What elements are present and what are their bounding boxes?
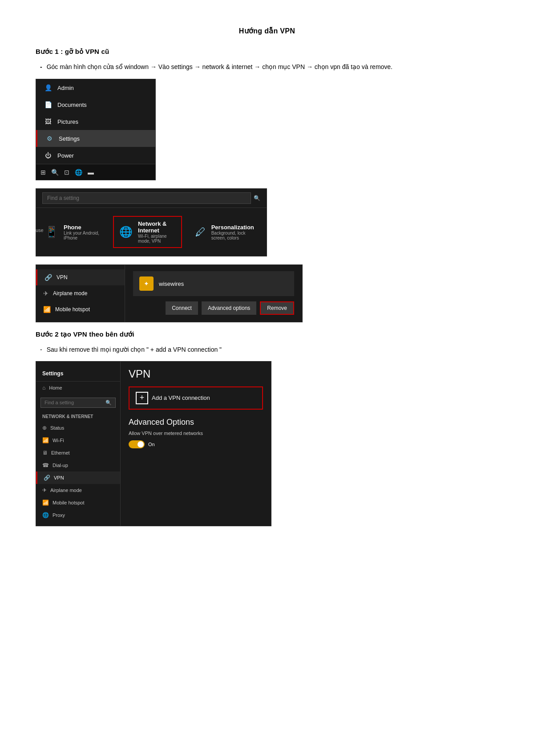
- fs-airplane-icon: ✈: [42, 487, 47, 493]
- network-category-subtitle: Wi-Fi, airplane mode, VPN: [138, 234, 176, 244]
- start-menu-power-item[interactable]: ⏻ Power: [36, 147, 155, 164]
- fs-wifi-label: Wi-Fi: [53, 438, 64, 443]
- full-settings-main: VPN + Add a VPN connection Advanced Opti…: [121, 362, 271, 526]
- step1-heading: Bước 1 : gỡ bỏ VPN cũ: [36, 48, 498, 56]
- fs-hotspot-item[interactable]: 📶 Mobile hotspot: [36, 496, 120, 509]
- vpn-sidebar-airplane-label: Airplane mode: [53, 290, 87, 297]
- toggle-knob: [138, 441, 144, 447]
- toggle-on-label: On: [148, 442, 155, 447]
- fs-proxy-item[interactable]: 🌐 Proxy: [36, 509, 120, 521]
- vpn-sidebar-hotspot-label: Mobile hotspot: [55, 306, 90, 313]
- toggle-row: On: [129, 440, 263, 448]
- vpn-sidebar-vpn-label: VPN: [57, 274, 68, 280]
- add-vpn-plus-icon: +: [136, 392, 148, 404]
- step2-heading: Bước 2 tạo VPN theo bên dưới: [36, 330, 498, 338]
- vpn-sidebar-vpn[interactable]: 🔗 VPN: [36, 269, 125, 285]
- hotspot-icon: 📶: [43, 306, 51, 313]
- wifi-icon: 📶: [42, 437, 49, 443]
- step2-dash: -: [40, 345, 42, 354]
- use-label: use: [36, 228, 44, 233]
- fs-search-input[interactable]: [44, 400, 105, 405]
- vpn-sidebar-airplane[interactable]: ✈ Airplane mode: [36, 285, 125, 301]
- admin-icon: 👤: [44, 84, 52, 92]
- start-menu-documents-label: Documents: [57, 102, 87, 108]
- settings-search-input[interactable]: [42, 192, 251, 204]
- fs-airplane-item[interactable]: ✈ Airplane mode: [36, 484, 120, 496]
- remove-button[interactable]: Remove: [260, 301, 294, 315]
- wisewires-icon: ✦: [139, 276, 154, 291]
- search-taskbar-icon[interactable]: 🔍: [51, 169, 59, 176]
- full-settings-header: Settings: [36, 366, 120, 382]
- browser-icon[interactable]: 🌐: [75, 169, 82, 176]
- fs-section-label: Network & Internet: [36, 411, 120, 422]
- start-menu-item[interactable]: 🖼 Pictures: [36, 113, 155, 130]
- documents-icon: 📄: [44, 101, 52, 109]
- personalization-category-title: Personalization: [211, 224, 258, 231]
- network-category-title: Network & Internet: [138, 220, 176, 234]
- fs-home-label: Home: [49, 385, 62, 390]
- settings-search-bar: 🔍: [36, 188, 267, 208]
- fs-status-label: Status: [50, 425, 64, 431]
- vpn-metered-toggle[interactable]: [129, 440, 145, 448]
- power-icon: ⏻: [44, 151, 52, 159]
- vpn-icon: 🔗: [44, 274, 52, 281]
- pictures-icon: 🖼: [44, 118, 52, 126]
- settings-categories-row: use 📱 Phone Link your Android, iPhone 🌐 …: [36, 208, 267, 256]
- full-settings-sidebar: Settings ⌂ Home 🔍 Network & Internet ⊕ S…: [36, 362, 121, 526]
- personalization-category-subtitle: Background, lock screen, colors: [211, 231, 258, 240]
- vpn-connection-name: wisewires: [159, 280, 184, 287]
- fs-wifi-item[interactable]: 📶 Wi-Fi: [36, 434, 120, 447]
- add-vpn-connection-button[interactable]: + Add a VPN connection: [129, 386, 263, 410]
- vpn-actions: Connect Advanced options Remove: [133, 301, 294, 315]
- windows-icon[interactable]: ⊞: [40, 169, 46, 176]
- network-icon: 🌐: [119, 226, 133, 238]
- settings-personalization-category[interactable]: 🖊 Personalization Background, lock scree…: [195, 224, 258, 240]
- settings-search-screenshot: 🔍 use 📱 Phone Link your Android, iPhone …: [36, 188, 498, 256]
- step1-description: Góc màn hình chọn cửa sổ windown → Vào s…: [47, 62, 392, 72]
- vpn-panel-screenshot: 🔗 VPN ✈ Airplane mode 📶 Mobile hotspot ✦…: [36, 264, 498, 322]
- phone-icon: 📱: [45, 226, 58, 238]
- full-settings-panel: Settings ⌂ Home 🔍 Network & Internet ⊕ S…: [36, 361, 271, 526]
- start-menu: 👤 Admin 📄 Documents 🖼 Pictures ⚙ Setting…: [36, 79, 156, 180]
- vpn-connection-card: ✦ wisewires: [133, 271, 294, 296]
- fs-vpn-item[interactable]: 🔗 VPN: [36, 471, 120, 484]
- start-menu-item[interactable]: 👤 Admin: [36, 79, 155, 96]
- airplane-icon: ✈: [43, 290, 49, 297]
- phone-category-subtitle: Link your Android, iPhone: [64, 231, 100, 240]
- full-settings-screenshot: Settings ⌂ Home 🔍 Network & Internet ⊕ S…: [36, 361, 498, 526]
- advanced-options-section: Advanced Options Allow VPN over metered …: [129, 418, 263, 448]
- step2-description: Sau khi remove thì mọi người chọn " + ad…: [47, 345, 222, 354]
- fs-search-bar: 🔍: [40, 398, 116, 408]
- task-view-icon[interactable]: ⊡: [64, 169, 69, 176]
- fs-main-title: VPN: [129, 368, 263, 380]
- advanced-options-button[interactable]: Advanced options: [202, 301, 256, 315]
- start-menu-settings-item[interactable]: ⚙ Settings: [36, 130, 155, 147]
- fs-status-item[interactable]: ⊕ Status: [36, 422, 120, 434]
- fs-hotspot-icon: 📶: [42, 500, 49, 506]
- start-menu-item[interactable]: 📄 Documents: [36, 96, 155, 113]
- vpn-main: ✦ wisewires Connect Advanced options Rem…: [125, 265, 302, 322]
- connect-button[interactable]: Connect: [166, 301, 198, 315]
- fs-proxy-icon: 🌐: [42, 512, 49, 518]
- fs-vpn-icon: 🔗: [44, 475, 50, 481]
- personalization-icon: 🖊: [195, 226, 206, 238]
- dialup-icon: ☎: [42, 462, 49, 468]
- step1-dash: -: [40, 62, 42, 72]
- settings-phone-category[interactable]: 📱 Phone Link your Android, iPhone: [45, 224, 100, 240]
- start-menu-admin-label: Admin: [57, 85, 74, 91]
- minimize-icon[interactable]: ▬: [88, 169, 94, 176]
- settings-network-category[interactable]: 🌐 Network & Internet Wi-Fi, airplane mod…: [113, 216, 182, 248]
- fs-dialup-label: Dial-up: [53, 463, 68, 468]
- fs-dialup-item[interactable]: ☎ Dial-up: [36, 459, 120, 471]
- fs-airplane-label: Airplane mode: [50, 488, 82, 493]
- start-menu-screenshot: 👤 Admin 📄 Documents 🖼 Pictures ⚙ Setting…: [36, 79, 498, 180]
- page-title: Hướng dẫn VPN: [36, 27, 498, 35]
- advanced-options-title: Advanced Options: [129, 418, 263, 427]
- fs-ethernet-label: Ethernet: [51, 450, 70, 455]
- add-vpn-connection-label: Add a VPN connection: [152, 394, 210, 401]
- vpn-panel: 🔗 VPN ✈ Airplane mode 📶 Mobile hotspot ✦…: [36, 264, 303, 322]
- fs-search-icon: 🔍: [105, 400, 112, 406]
- vpn-sidebar-hotspot[interactable]: 📶 Mobile hotspot: [36, 301, 125, 317]
- fs-ethernet-item[interactable]: 🖥 Ethernet: [36, 447, 120, 459]
- fs-home-item[interactable]: ⌂ Home: [36, 382, 120, 394]
